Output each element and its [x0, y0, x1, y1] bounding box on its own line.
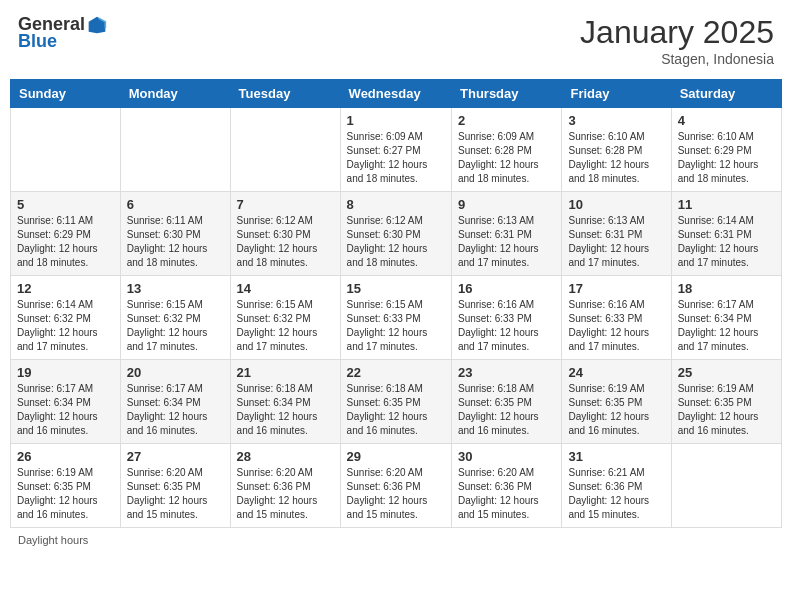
- calendar-cell: 1Sunrise: 6:09 AM Sunset: 6:27 PM Daylig…: [340, 108, 451, 192]
- calendar-cell: 2Sunrise: 6:09 AM Sunset: 6:28 PM Daylig…: [452, 108, 562, 192]
- day-info: Sunrise: 6:19 AM Sunset: 6:35 PM Dayligh…: [568, 382, 664, 438]
- day-info: Sunrise: 6:20 AM Sunset: 6:36 PM Dayligh…: [347, 466, 445, 522]
- calendar-cell: 3Sunrise: 6:10 AM Sunset: 6:28 PM Daylig…: [562, 108, 671, 192]
- day-info: Sunrise: 6:17 AM Sunset: 6:34 PM Dayligh…: [678, 298, 775, 354]
- calendar-cell: 5Sunrise: 6:11 AM Sunset: 6:29 PM Daylig…: [11, 192, 121, 276]
- day-info: Sunrise: 6:16 AM Sunset: 6:33 PM Dayligh…: [568, 298, 664, 354]
- calendar-header-friday: Friday: [562, 80, 671, 108]
- calendar-cell: 11Sunrise: 6:14 AM Sunset: 6:31 PM Dayli…: [671, 192, 781, 276]
- calendar-cell: [120, 108, 230, 192]
- day-info: Sunrise: 6:20 AM Sunset: 6:35 PM Dayligh…: [127, 466, 224, 522]
- day-number: 14: [237, 281, 334, 296]
- logo: General Blue: [18, 14, 107, 52]
- day-number: 18: [678, 281, 775, 296]
- day-number: 7: [237, 197, 334, 212]
- calendar-cell: [671, 444, 781, 528]
- calendar-cell: 16Sunrise: 6:16 AM Sunset: 6:33 PM Dayli…: [452, 276, 562, 360]
- calendar-cell: 15Sunrise: 6:15 AM Sunset: 6:33 PM Dayli…: [340, 276, 451, 360]
- day-number: 9: [458, 197, 555, 212]
- day-info: Sunrise: 6:11 AM Sunset: 6:29 PM Dayligh…: [17, 214, 114, 270]
- calendar-cell: 26Sunrise: 6:19 AM Sunset: 6:35 PM Dayli…: [11, 444, 121, 528]
- day-number: 17: [568, 281, 664, 296]
- calendar-cell: 13Sunrise: 6:15 AM Sunset: 6:32 PM Dayli…: [120, 276, 230, 360]
- calendar-cell: 25Sunrise: 6:19 AM Sunset: 6:35 PM Dayli…: [671, 360, 781, 444]
- calendar-cell: 21Sunrise: 6:18 AM Sunset: 6:34 PM Dayli…: [230, 360, 340, 444]
- calendar-week-row: 12Sunrise: 6:14 AM Sunset: 6:32 PM Dayli…: [11, 276, 782, 360]
- calendar-cell: 8Sunrise: 6:12 AM Sunset: 6:30 PM Daylig…: [340, 192, 451, 276]
- title-area: January 2025 Stagen, Indonesia: [580, 14, 774, 67]
- logo-icon: [87, 15, 107, 35]
- day-info: Sunrise: 6:13 AM Sunset: 6:31 PM Dayligh…: [458, 214, 555, 270]
- calendar-cell: 20Sunrise: 6:17 AM Sunset: 6:34 PM Dayli…: [120, 360, 230, 444]
- calendar-cell: 31Sunrise: 6:21 AM Sunset: 6:36 PM Dayli…: [562, 444, 671, 528]
- calendar-cell: 29Sunrise: 6:20 AM Sunset: 6:36 PM Dayli…: [340, 444, 451, 528]
- day-number: 19: [17, 365, 114, 380]
- day-number: 31: [568, 449, 664, 464]
- day-info: Sunrise: 6:18 AM Sunset: 6:35 PM Dayligh…: [347, 382, 445, 438]
- day-info: Sunrise: 6:09 AM Sunset: 6:27 PM Dayligh…: [347, 130, 445, 186]
- day-number: 4: [678, 113, 775, 128]
- day-info: Sunrise: 6:16 AM Sunset: 6:33 PM Dayligh…: [458, 298, 555, 354]
- calendar-cell: 14Sunrise: 6:15 AM Sunset: 6:32 PM Dayli…: [230, 276, 340, 360]
- calendar-header-thursday: Thursday: [452, 80, 562, 108]
- day-number: 1: [347, 113, 445, 128]
- calendar-cell: 10Sunrise: 6:13 AM Sunset: 6:31 PM Dayli…: [562, 192, 671, 276]
- day-number: 11: [678, 197, 775, 212]
- calendar-cell: 6Sunrise: 6:11 AM Sunset: 6:30 PM Daylig…: [120, 192, 230, 276]
- day-info: Sunrise: 6:15 AM Sunset: 6:33 PM Dayligh…: [347, 298, 445, 354]
- day-number: 22: [347, 365, 445, 380]
- footer: Daylight hours: [10, 534, 782, 546]
- day-number: 21: [237, 365, 334, 380]
- month-title: January 2025: [580, 14, 774, 51]
- day-number: 20: [127, 365, 224, 380]
- day-info: Sunrise: 6:10 AM Sunset: 6:28 PM Dayligh…: [568, 130, 664, 186]
- calendar-cell: 19Sunrise: 6:17 AM Sunset: 6:34 PM Dayli…: [11, 360, 121, 444]
- calendar-cell: 17Sunrise: 6:16 AM Sunset: 6:33 PM Dayli…: [562, 276, 671, 360]
- day-number: 24: [568, 365, 664, 380]
- day-info: Sunrise: 6:14 AM Sunset: 6:31 PM Dayligh…: [678, 214, 775, 270]
- calendar-header-row: SundayMondayTuesdayWednesdayThursdayFrid…: [11, 80, 782, 108]
- day-info: Sunrise: 6:21 AM Sunset: 6:36 PM Dayligh…: [568, 466, 664, 522]
- day-number: 10: [568, 197, 664, 212]
- day-number: 2: [458, 113, 555, 128]
- day-info: Sunrise: 6:17 AM Sunset: 6:34 PM Dayligh…: [17, 382, 114, 438]
- day-number: 8: [347, 197, 445, 212]
- daylight-label: Daylight hours: [18, 534, 88, 546]
- day-info: Sunrise: 6:11 AM Sunset: 6:30 PM Dayligh…: [127, 214, 224, 270]
- calendar-cell: [230, 108, 340, 192]
- day-info: Sunrise: 6:12 AM Sunset: 6:30 PM Dayligh…: [237, 214, 334, 270]
- day-info: Sunrise: 6:15 AM Sunset: 6:32 PM Dayligh…: [127, 298, 224, 354]
- day-info: Sunrise: 6:19 AM Sunset: 6:35 PM Dayligh…: [678, 382, 775, 438]
- day-info: Sunrise: 6:13 AM Sunset: 6:31 PM Dayligh…: [568, 214, 664, 270]
- calendar-cell: 30Sunrise: 6:20 AM Sunset: 6:36 PM Dayli…: [452, 444, 562, 528]
- logo-blue: Blue: [18, 31, 57, 52]
- calendar-cell: 9Sunrise: 6:13 AM Sunset: 6:31 PM Daylig…: [452, 192, 562, 276]
- day-number: 13: [127, 281, 224, 296]
- calendar-cell: 18Sunrise: 6:17 AM Sunset: 6:34 PM Dayli…: [671, 276, 781, 360]
- day-info: Sunrise: 6:18 AM Sunset: 6:34 PM Dayligh…: [237, 382, 334, 438]
- calendar-cell: 7Sunrise: 6:12 AM Sunset: 6:30 PM Daylig…: [230, 192, 340, 276]
- calendar-cell: 22Sunrise: 6:18 AM Sunset: 6:35 PM Dayli…: [340, 360, 451, 444]
- day-info: Sunrise: 6:18 AM Sunset: 6:35 PM Dayligh…: [458, 382, 555, 438]
- day-number: 26: [17, 449, 114, 464]
- calendar-week-row: 26Sunrise: 6:19 AM Sunset: 6:35 PM Dayli…: [11, 444, 782, 528]
- day-number: 15: [347, 281, 445, 296]
- day-number: 28: [237, 449, 334, 464]
- day-info: Sunrise: 6:09 AM Sunset: 6:28 PM Dayligh…: [458, 130, 555, 186]
- day-number: 30: [458, 449, 555, 464]
- calendar-cell: 23Sunrise: 6:18 AM Sunset: 6:35 PM Dayli…: [452, 360, 562, 444]
- day-number: 3: [568, 113, 664, 128]
- day-info: Sunrise: 6:20 AM Sunset: 6:36 PM Dayligh…: [458, 466, 555, 522]
- calendar-week-row: 1Sunrise: 6:09 AM Sunset: 6:27 PM Daylig…: [11, 108, 782, 192]
- calendar-header-saturday: Saturday: [671, 80, 781, 108]
- day-number: 29: [347, 449, 445, 464]
- calendar-cell: 28Sunrise: 6:20 AM Sunset: 6:36 PM Dayli…: [230, 444, 340, 528]
- calendar-cell: 12Sunrise: 6:14 AM Sunset: 6:32 PM Dayli…: [11, 276, 121, 360]
- calendar-week-row: 5Sunrise: 6:11 AM Sunset: 6:29 PM Daylig…: [11, 192, 782, 276]
- calendar-cell: 27Sunrise: 6:20 AM Sunset: 6:35 PM Dayli…: [120, 444, 230, 528]
- day-info: Sunrise: 6:14 AM Sunset: 6:32 PM Dayligh…: [17, 298, 114, 354]
- day-info: Sunrise: 6:10 AM Sunset: 6:29 PM Dayligh…: [678, 130, 775, 186]
- day-info: Sunrise: 6:20 AM Sunset: 6:36 PM Dayligh…: [237, 466, 334, 522]
- day-number: 16: [458, 281, 555, 296]
- day-number: 23: [458, 365, 555, 380]
